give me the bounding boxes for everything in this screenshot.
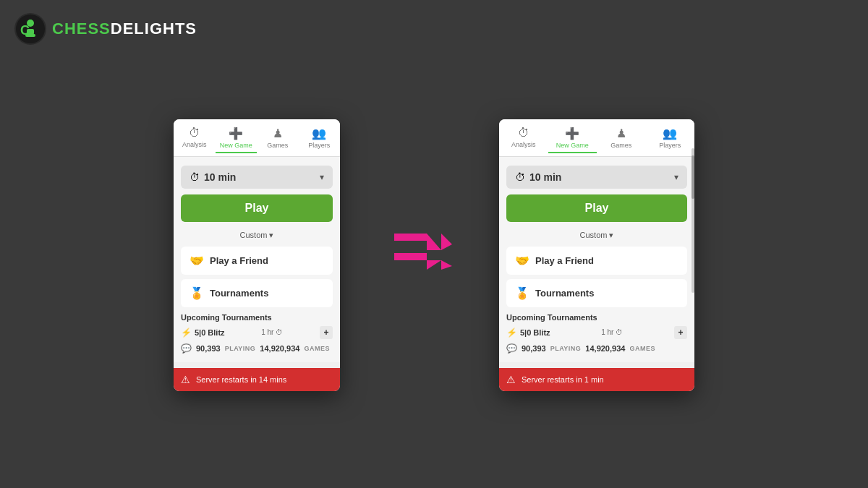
nav-analysis-label-right: Analysis [511,141,536,148]
add-tournament-button-left[interactable]: + [320,326,333,339]
tournaments-button-right[interactable]: 🏅 Tournaments [506,279,687,307]
svg-marker-9 [441,260,452,270]
analysis-icon-right: ⏱ [518,127,529,140]
app-header: C CHESSDELIGHTS [14,13,197,45]
players-count-left: 90,393 [196,344,221,353]
nav-players-right[interactable]: 👥 Players [646,124,695,153]
nav-games-label-right: Games [610,142,631,149]
time-label-left: 10 min [204,171,236,183]
left-panel-content: ⏱ 10 min ▾ Play Custom 🤝 Play a Friend 🏅… [174,157,340,362]
tournament-time-right: 1 hr ⏱ [601,328,623,336]
nav-analysis-left[interactable]: ⏱ Analysis [174,124,216,153]
bolt-icon-left: ⚡ [181,328,192,338]
svg-marker-7 [394,253,441,270]
nav-new-game-left[interactable]: ➕ New Game [216,124,258,153]
trophy-icon-left: 🏅 [190,286,204,300]
right-panel: ⏱ Analysis ➕ New Game ♟ Games 👥 Players … [499,119,694,391]
server-alert-right: ⚠ Server restarts in 1 min [499,368,694,391]
games-count-left: 14,920,934 [260,344,299,353]
custom-link-right[interactable]: Custom [506,228,687,241]
tournaments-label-right: Tournaments [535,288,594,299]
panels-container: ⏱ Analysis ➕ New Game ♟ Games 👥 Players … [0,0,868,488]
svg-text:C: C [20,23,30,38]
play-friend-label-left: Play a Friend [210,255,268,266]
tournament-row-left: ⚡ 5|0 Blitz 1 hr ⏱ + [181,326,333,339]
timer-icon-right: ⏱ [515,171,525,183]
scrollbar-right[interactable] [692,148,694,293]
tournament-name-right: 5|0 Blitz [520,328,550,337]
nav-new-game-right[interactable]: ➕ New Game [548,124,597,153]
playing-label-right: PLAYING [550,345,582,352]
custom-link-left[interactable]: Custom [181,228,333,241]
tournaments-button-left[interactable]: 🏅 Tournaments [181,279,333,307]
time-selector-left-side: ⏱ 10 min [190,171,236,183]
time-selector-right-side: ⏱ 10 min [515,171,561,183]
trophy-icon-right: 🏅 [515,286,529,300]
games-label-left: GAMES [304,345,330,352]
nav-players-label-left: Players [308,142,330,149]
tournament-left-info: ⚡ 5|0 Blitz [181,328,225,338]
nav-games-label-left: Games [267,142,288,149]
alert-icon-right: ⚠ [506,374,516,385]
nav-bar-right: ⏱ Analysis ➕ New Game ♟ Games 👥 Players [499,119,694,157]
time-value-left: 1 hr [261,328,273,336]
time-value-right: 1 hr [601,328,613,336]
logo-text: CHESSDELIGHTS [52,20,197,38]
play-friend-label-right: Play a Friend [535,255,594,266]
upcoming-section-left: Upcoming Tournaments ⚡ 5|0 Blitz 1 hr ⏱ … [181,313,333,354]
nav-players-label-right: Players [659,142,681,149]
custom-label-left[interactable]: Custom [240,231,274,239]
handshake-icon-left: 🤝 [190,254,204,267]
new-game-icon-left: ➕ [229,127,243,140]
analysis-icon: ⏱ [189,127,200,140]
chat-icon-right: 💬 [506,343,517,354]
add-tournament-button-right[interactable]: + [674,326,687,339]
right-panel-content: ⏱ 10 min ▾ Play Custom 🤝 Play a Friend 🏅… [499,157,694,362]
chevron-down-icon-right: ▾ [674,172,678,182]
play-friend-button-left[interactable]: 🤝 Play a Friend [181,247,333,275]
clock-icon-left: ⏱ [276,328,283,336]
custom-label-right[interactable]: Custom [580,231,614,239]
logo-icon: C [14,13,46,45]
svg-marker-6 [394,234,441,250]
tournament-name-left: 5|0 Blitz [195,328,225,337]
upcoming-title-right: Upcoming Tournaments [506,313,687,322]
play-button-right[interactable]: Play [506,194,687,222]
nav-players-left[interactable]: 👥 Players [299,124,341,153]
tournaments-label-left: Tournaments [210,288,268,299]
players-icon-right: 👥 [663,127,677,140]
tournament-time-left: 1 hr ⏱ [261,328,283,336]
nav-bar-left: ⏱ Analysis ➕ New Game ♟ Games 👥 Players [174,119,340,157]
players-icon-left: 👥 [312,127,326,140]
bolt-icon-right: ⚡ [506,328,517,338]
nav-new-game-label-right: New Game [556,142,589,149]
play-button-left[interactable]: Play [181,194,333,222]
timer-icon-left: ⏱ [190,171,200,183]
new-game-icon-right: ➕ [565,127,579,140]
games-count-right: 14,920,934 [585,344,625,353]
nav-analysis-label-left: Analysis [182,141,207,148]
chat-icon-left: 💬 [181,343,192,354]
alert-text-right: Server restarts in 1 min [522,375,604,384]
nav-analysis-right[interactable]: ⏱ Analysis [499,124,548,153]
upcoming-section-right: Upcoming Tournaments ⚡ 5|0 Blitz 1 hr ⏱ … [506,313,687,354]
nav-games-right[interactable]: ♟ Games [597,124,646,153]
play-friend-button-right[interactable]: 🤝 Play a Friend [506,247,687,275]
players-count-right: 90,393 [522,344,546,353]
nav-new-game-label-left: New Game [220,142,252,149]
time-selector-left[interactable]: ⏱ 10 min ▾ [181,166,333,189]
scrollbar-thumb-right [692,155,694,199]
alert-icon-left: ⚠ [181,374,190,385]
shuffle-arrow-container [383,230,456,281]
left-panel: ⏱ Analysis ➕ New Game ♟ Games 👥 Players … [174,119,340,391]
games-icon-right: ♟ [616,127,626,140]
clock-icon-right: ⏱ [616,328,623,336]
time-selector-right[interactable]: ⏱ 10 min ▾ [506,166,687,189]
handshake-icon-right: 🤝 [515,254,529,267]
tournament-row-right: ⚡ 5|0 Blitz 1 hr ⏱ + [506,326,687,339]
shuffle-icon [387,230,452,281]
playing-label-left: PLAYING [225,345,256,352]
upcoming-title-left: Upcoming Tournaments [181,313,333,322]
alert-text-left: Server restarts in 14 mins [196,375,286,384]
nav-games-left[interactable]: ♟ Games [257,124,299,153]
